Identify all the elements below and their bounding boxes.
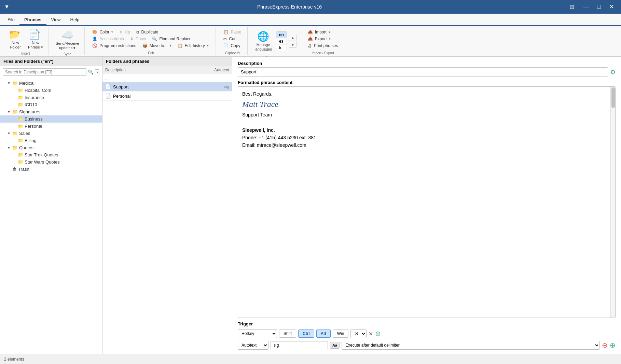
lang-en[interactable]: en — [276, 32, 287, 38]
clipboard-group-label: Clipboard — [225, 51, 240, 55]
program-restrictions-button[interactable]: 🚫 Program restrictions — [89, 42, 139, 49]
lang-es-label: es — [279, 39, 284, 44]
cut-button[interactable]: ✂ Cut — [221, 36, 244, 42]
print-phrases-label: Print phrases — [314, 43, 338, 48]
titlebar: ▼ PhraseExpress Enterprise v16 ⊞ — □ ✕ — [0, 0, 621, 14]
menu-phrases[interactable]: Phrases — [19, 15, 46, 25]
send-receive-button[interactable]: ☁️ Send/Receiveupdates ▾ — [54, 27, 81, 52]
tree-item-billing[interactable]: 📁 Billing — [0, 137, 102, 144]
tree-item-medical[interactable]: ▼ 📁 Medical — [0, 80, 102, 87]
new-folder-button[interactable]: 📁+ New Folder — [6, 27, 25, 51]
hospital-com-label: Hospital Com — [25, 88, 51, 93]
ctrl-button[interactable]: Ctrl — [298, 330, 314, 338]
tree-item-star-trek-quotes[interactable]: 📁 Star Trek Quotes — [0, 151, 102, 158]
content-section: Formatted phrase content Best Regards, M… — [238, 80, 616, 318]
window-controls: ⊞ — □ ✕ — [567, 2, 617, 11]
sales-folder-icon: 📁 — [12, 131, 18, 136]
search-input[interactable] — [3, 68, 86, 76]
phrase-table: .. 📄 Support sig 📄 Personal — [102, 74, 232, 354]
win-button[interactable]: Win — [333, 330, 349, 338]
manage-languages-button[interactable]: 🌐 Managelanguages — [252, 29, 274, 53]
alt-button[interactable]: Alt — [316, 330, 331, 338]
paste-label: Paste — [231, 30, 241, 34]
lang-up-button[interactable]: ▲ — [289, 35, 296, 41]
access-rights-button[interactable]: 👤 Access rights — [89, 36, 126, 42]
dotdot-row[interactable]: .. — [102, 74, 232, 82]
lang-down-button[interactable]: ▼ — [289, 42, 296, 48]
trigger-type-select[interactable]: Hotkey Autotext Folder shortcut — [238, 329, 277, 338]
autotext-type-select[interactable]: Autotext — [238, 341, 268, 350]
content-editor[interactable]: Best Regards, Matt Trace Support Team Sl… — [238, 86, 616, 318]
search-icon[interactable]: 🔍 — [88, 69, 94, 75]
fullscreen-button[interactable]: ⊞ — [567, 2, 577, 11]
paste-button[interactable]: 📋 Paste — [221, 29, 244, 36]
minimize-button[interactable]: — — [580, 2, 592, 11]
window-title: PhraseExpress Enterprise v16 — [12, 4, 567, 10]
tree-item-insurance[interactable]: 📁 Insurance — [0, 94, 102, 101]
export-dropdown-arrow: ▾ — [329, 37, 331, 41]
down-icon: ⬇ — [130, 37, 134, 41]
up-button[interactable]: ⬆ Up — [116, 29, 133, 36]
color-button[interactable]: 🎨 Color ▾ — [89, 29, 116, 36]
exec-option-select[interactable]: Execute after default delimiter Execute … — [342, 341, 600, 350]
autotext-code-input[interactable] — [271, 341, 328, 349]
export-label: Export — [315, 37, 327, 41]
tree-item-personal[interactable]: 📁 Personal — [0, 123, 102, 130]
copy-button[interactable]: 📄 Copy — [221, 42, 244, 49]
menu-view[interactable]: View — [46, 15, 66, 25]
business-label: Business — [25, 116, 43, 122]
duplicate-button[interactable]: ⧉ Duplicate — [133, 29, 161, 36]
hotkey-add-button[interactable]: ⊕ — [375, 330, 381, 338]
tree-item-hospital-com[interactable]: 📁 Hospital Com — [0, 87, 102, 94]
quotes-label: Quotes — [19, 145, 33, 150]
lang-fr[interactable]: fr — [276, 45, 287, 51]
case-sensitive-button[interactable]: Aa — [330, 342, 340, 349]
close-button[interactable]: ✕ — [606, 2, 617, 11]
phrase-table-header: Description Autotext — [102, 66, 232, 74]
description-input[interactable] — [238, 67, 608, 76]
up-icon: ⬆ — [119, 30, 123, 34]
import-button[interactable]: 📥 Import ▾ — [305, 29, 341, 36]
down-button[interactable]: ⬇ Down — [127, 36, 149, 42]
lang-es[interactable]: es — [276, 38, 287, 45]
content-scrollbar[interactable] — [610, 87, 615, 318]
autotext-add-button[interactable]: ⊕ — [610, 341, 616, 349]
restore-button[interactable]: □ — [594, 2, 604, 11]
export-icon: 📤 — [308, 37, 313, 41]
personal-icon: 📁 — [18, 124, 23, 129]
content-label: Formatted phrase content — [238, 80, 616, 85]
export-button[interactable]: 📤 Export ▾ — [305, 36, 341, 42]
tree-item-business[interactable]: 📁 Business — [0, 115, 102, 123]
hotkey-clear-button[interactable]: ✕ — [369, 331, 373, 337]
app-icon: ▼ — [4, 4, 10, 10]
edit-history-button[interactable]: 📋 Edit history ▾ — [175, 42, 211, 49]
print-phrases-button[interactable]: 🖨 Print phrases — [305, 42, 341, 49]
phrase-row-personal[interactable]: 📄 Personal — [102, 92, 232, 101]
menu-help[interactable]: Help — [66, 15, 84, 25]
phrase-row-support[interactable]: 📄 Support sig — [102, 82, 232, 92]
status-text: 2 elements — [4, 357, 24, 362]
search-dropdown-button[interactable]: ▾ — [95, 69, 99, 75]
menubar: File Phrases View Help — [0, 14, 621, 26]
hotkey-key-select[interactable]: S — [350, 329, 367, 338]
menu-file[interactable]: File — [3, 15, 19, 25]
autotext-remove-button[interactable]: ⊖ — [602, 341, 608, 349]
find-replace-button[interactable]: 🔍 Find and Replace — [149, 36, 194, 42]
sync-group-label: Sync — [64, 52, 71, 56]
tree-item-star-wars-quotes[interactable]: 📁 Star Wars Quotes — [0, 158, 102, 166]
move-to-button[interactable]: 📦 Move to... ▾ — [140, 42, 174, 49]
insurance-icon: 📁 — [18, 95, 23, 100]
tree-view: ▼ 📁 Medical 📁 Hospital Com 📁 Insurance 📁… — [0, 78, 102, 354]
phrase-auto-support: sig — [202, 84, 229, 89]
tree-item-quotes[interactable]: ▼ 📁 Quotes — [0, 144, 102, 151]
description-edit-icon[interactable]: ⚙ — [610, 68, 616, 76]
autotext-trigger-row: Autotext Aa Execute after default delimi… — [238, 341, 616, 350]
new-phrase-button[interactable]: 📄+ NewPhrase ▾ — [26, 27, 45, 51]
duplicate-icon: ⧉ — [136, 30, 139, 34]
tree-item-signatures[interactable]: ▼ 📁 Signatures — [0, 108, 102, 115]
tree-item-sales[interactable]: ▼ 📁 Sales — [0, 130, 102, 137]
edit-row-3: 🚫 Program restrictions 📦 Move to... ▾ 📋 … — [89, 42, 212, 49]
tree-item-icd10[interactable]: 📁 ICD10 — [0, 101, 102, 108]
shift-button[interactable]: Shift — [279, 330, 296, 338]
tree-item-trash[interactable]: 🗑 Trash — [0, 166, 102, 173]
